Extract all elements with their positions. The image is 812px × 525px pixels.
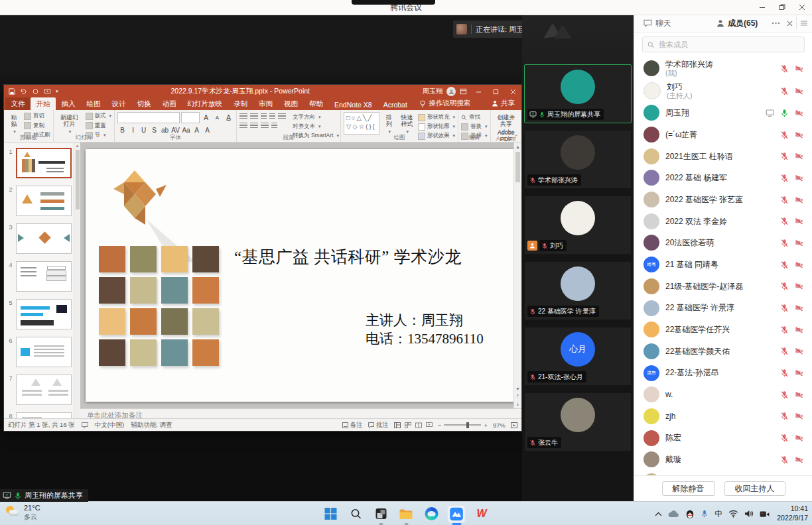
restore-button[interactable] <box>772 0 792 15</box>
font-format-button[interactable]: ab <box>160 125 170 135</box>
member-row[interactable]: 湛昂 22-基法-孙湛昂 <box>634 362 812 384</box>
member-row[interactable]: 2021生医工 杜聆语 <box>634 145 812 167</box>
ppt-close-button[interactable] <box>504 85 521 98</box>
camera-off-icon[interactable] <box>795 109 803 117</box>
mic-icon[interactable] <box>780 152 789 160</box>
copy-button[interactable]: 复制 <box>24 122 50 130</box>
font-format-button[interactable]: A <box>202 125 212 135</box>
ppt-ribbon-tab[interactable]: 文件 <box>5 97 31 110</box>
language-status[interactable]: 中文(中国) <box>95 421 124 430</box>
slide-thumbnail[interactable]: 7 <box>5 375 78 405</box>
alignment-buttons[interactable] <box>239 123 286 129</box>
clock-widget[interactable]: 10:41 2022/9/17 <box>777 504 808 522</box>
camera-off-icon[interactable] <box>795 174 803 182</box>
member-row[interactable]: zjh <box>634 406 812 428</box>
font-format-button[interactable]: U <box>139 125 149 135</box>
thumbnail-scrollbar[interactable]: ▲ <box>74 143 80 419</box>
spellcheck-icon[interactable] <box>82 422 88 428</box>
camera-off-icon[interactable] <box>795 261 803 269</box>
reset-button[interactable]: 重置 <box>86 122 112 130</box>
undo-icon[interactable] <box>20 88 27 95</box>
mic-icon[interactable] <box>780 412 789 420</box>
new-slide-button[interactable]: 新建幻灯片 <box>56 112 83 134</box>
ppt-ribbon-tab[interactable]: 插入 <box>56 97 81 110</box>
search-input[interactable] <box>657 40 799 49</box>
tab-members[interactable]: 成员(65) <box>712 18 762 29</box>
ppt-ribbon-tab[interactable]: 视图 <box>279 97 304 110</box>
member-row[interactable]: 2022 基础 杨建军 <box>634 167 812 189</box>
ppt-ribbon-tab[interactable]: 动画 <box>157 97 182 110</box>
member-row[interactable]: 2022 基础医学 张艺蓝 <box>634 189 812 211</box>
tray-expand-icon[interactable] <box>655 512 662 516</box>
edge-browser-icon[interactable] <box>423 505 440 523</box>
font-format-button[interactable]: B <box>117 125 127 135</box>
video-tile[interactable]: 22 基础医学 许景淳 <box>524 261 632 320</box>
member-row[interactable]: 靖粤 21 基础 同靖粤 <box>634 254 812 276</box>
fit-slide-icon[interactable] <box>511 422 517 428</box>
ppt-ribbon-tab[interactable]: 幻灯片放映 <box>182 97 228 110</box>
qq-icon[interactable] <box>685 509 695 519</box>
shapes-gallery[interactable]: □○△╲╱ ▽◇☆(){ <box>344 112 379 135</box>
cut-button[interactable]: 剪切 <box>24 112 50 120</box>
video-tile[interactable]: 周玉翔的屏幕共享 <box>524 64 632 123</box>
tell-me-box[interactable]: 操作说明搜索 <box>419 99 470 110</box>
video-tile[interactable]: 张云牛 <box>524 392 632 451</box>
panel-close-icon[interactable] <box>787 21 793 27</box>
camera-off-icon[interactable] <box>795 282 803 290</box>
slide-thumbnail[interactable]: 6 <box>5 337 78 367</box>
ppt-restore-button[interactable] <box>487 85 504 98</box>
mic-icon[interactable] <box>780 217 789 225</box>
ppt-ribbon-tab[interactable]: EndNote X8 <box>329 99 378 110</box>
unmute-button[interactable]: 解除静音 <box>662 481 715 496</box>
grow-font-button[interactable]: A <box>201 113 211 123</box>
video-tile[interactable]: 学术部张兴涛 <box>524 130 632 189</box>
save-icon[interactable] <box>9 88 15 95</box>
camera-off-icon[interactable] <box>795 131 803 139</box>
normal-view-icon[interactable] <box>394 422 401 428</box>
camera-off-icon[interactable] <box>795 369 803 377</box>
comments-toggle[interactable]: 批注 <box>368 421 389 430</box>
mic-icon[interactable] <box>780 87 789 95</box>
slide-thumbnail[interactable]: 4 <box>5 261 78 292</box>
start-button[interactable] <box>322 505 340 523</box>
clear-format-button[interactable]: A̲ <box>224 113 234 123</box>
font-size-combo[interactable] <box>181 112 200 123</box>
video-tile[interactable]: 心月 21-双法-张心月 <box>524 327 632 386</box>
member-row[interactable]: 学术部张兴涛 (我) <box>634 57 812 80</box>
camera-off-icon[interactable] <box>795 325 803 334</box>
slide-thumbnail[interactable]: 3 <box>5 223 78 254</box>
camera-off-icon[interactable] <box>795 64 803 73</box>
member-row[interactable]: 21级-基础医学-赵泽磊 <box>634 276 812 298</box>
member-row[interactable]: 刘巧 (主持人) <box>634 80 812 102</box>
font-name-combo[interactable] <box>117 112 180 123</box>
notes-toggle[interactable]: 备注 <box>342 421 363 430</box>
tray-mic-icon[interactable] <box>701 509 709 518</box>
tray-camera-icon[interactable] <box>760 510 770 518</box>
member-row[interactable]: 22 基础医学 许景淳 <box>634 297 812 319</box>
ppt-ribbon-tab[interactable]: 录制 <box>228 97 253 110</box>
shrink-font-button[interactable]: A <box>212 113 222 123</box>
panel-menu-icon[interactable] <box>796 17 811 30</box>
zoom-level[interactable]: 97% <box>493 422 506 429</box>
quick-styles-button[interactable]: 快速样式 <box>399 112 415 134</box>
camera-off-icon[interactable] <box>795 434 803 442</box>
member-row[interactable]: 周玉翔 <box>634 102 812 124</box>
slideshow-view-icon[interactable] <box>426 422 433 428</box>
mic-icon[interactable] <box>780 131 789 139</box>
more-options-icon[interactable] <box>772 22 780 25</box>
arrange-button[interactable]: 排列 <box>382 112 396 134</box>
ime-indicator[interactable]: 中 <box>714 508 722 520</box>
member-row[interactable]: 22基础医学颜天佑 <box>634 341 812 363</box>
member-row[interactable]: 22基础医学任芥兴 <box>634 319 812 341</box>
mic-icon[interactable] <box>780 455 789 464</box>
member-row[interactable]: 戴璇 <box>634 449 812 471</box>
ppt-ribbon-tab[interactable]: 设计 <box>106 97 131 110</box>
reclaim-host-button[interactable]: 收回主持人 <box>724 481 785 496</box>
mic-icon[interactable] <box>780 390 789 399</box>
slide-thumbnail[interactable]: 5 <box>5 299 78 329</box>
mic-icon[interactable] <box>780 369 789 377</box>
font-format-button[interactable]: S <box>149 125 159 135</box>
tencent-meeting-icon[interactable] <box>448 505 466 523</box>
ppt-ribbon-tab[interactable]: Acrobat <box>377 99 413 110</box>
reading-view-icon[interactable] <box>415 422 422 428</box>
